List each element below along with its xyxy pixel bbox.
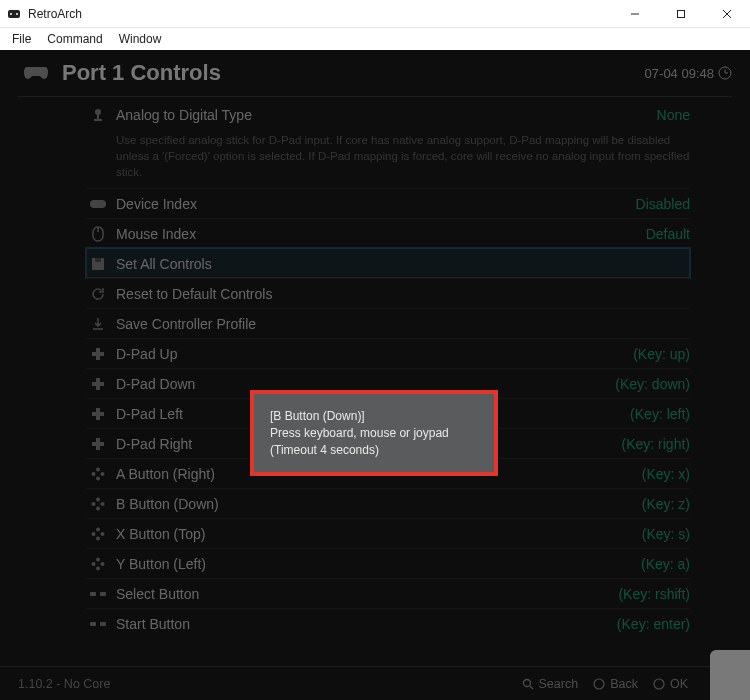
row-save-profile[interactable]: Save Controller Profile bbox=[86, 308, 690, 338]
menu-command[interactable]: Command bbox=[39, 30, 110, 48]
help-text: Use specified analog stick for D-Pad inp… bbox=[110, 130, 690, 188]
svg-line-39 bbox=[530, 686, 533, 689]
svg-point-18 bbox=[96, 467, 100, 471]
svg-rect-34 bbox=[90, 592, 96, 596]
svg-point-32 bbox=[92, 562, 96, 566]
bind-prompt-title: [B Button (Down)] bbox=[270, 408, 478, 425]
menu-window[interactable]: Window bbox=[111, 30, 170, 48]
row-value: (Key: enter) bbox=[617, 616, 690, 632]
svg-point-40 bbox=[594, 679, 604, 689]
face-buttons-icon bbox=[86, 557, 110, 571]
menu-button-icon bbox=[86, 619, 110, 629]
refresh-icon bbox=[86, 287, 110, 301]
footer-bar: 1.10.2 - No Core Search Back OK bbox=[0, 666, 750, 700]
svg-point-2 bbox=[16, 13, 18, 15]
row-label: Reset to Default Controls bbox=[110, 286, 690, 302]
svg-rect-11 bbox=[94, 119, 102, 121]
row-label: X Button (Top) bbox=[110, 526, 642, 542]
row-select-button[interactable]: Select Button (Key: rshift) bbox=[86, 578, 690, 608]
row-label: B Button (Down) bbox=[110, 496, 642, 512]
svg-rect-13 bbox=[90, 200, 106, 208]
row-value: (Key: z) bbox=[642, 496, 690, 512]
svg-rect-36 bbox=[90, 622, 96, 626]
modal-highlight-border: [B Button (Down)] Press keyboard, mouse … bbox=[250, 390, 498, 476]
svg-point-24 bbox=[92, 502, 96, 506]
save-icon bbox=[86, 257, 110, 271]
row-b-button[interactable]: B Button (Down) (Key: z) bbox=[86, 488, 690, 518]
svg-rect-4 bbox=[678, 10, 685, 17]
download-icon bbox=[86, 317, 110, 331]
footer-ok-label: OK bbox=[670, 677, 688, 691]
svg-point-19 bbox=[96, 476, 100, 480]
row-label: Select Button bbox=[110, 586, 618, 602]
clock: 07-04 09:48 bbox=[645, 66, 732, 81]
window-maximize-button[interactable] bbox=[658, 0, 704, 28]
row-start-button[interactable]: Start Button (Key: enter) bbox=[86, 608, 690, 638]
svg-point-20 bbox=[92, 472, 96, 476]
page-header: Port 1 Controls 07-04 09:48 bbox=[0, 50, 750, 90]
svg-point-30 bbox=[96, 557, 100, 561]
svg-point-33 bbox=[101, 562, 105, 566]
row-x-button[interactable]: X Button (Top) (Key: s) bbox=[86, 518, 690, 548]
row-dpad-up[interactable]: D-Pad Up (Key: up) bbox=[86, 338, 690, 368]
window-titlebar: RetroArch bbox=[0, 0, 750, 28]
svg-rect-37 bbox=[100, 622, 106, 626]
dpad-icon bbox=[86, 377, 110, 391]
menubar: File Command Window bbox=[0, 28, 750, 50]
row-set-all-controls[interactable]: Set All Controls bbox=[86, 248, 690, 278]
svg-point-1 bbox=[10, 13, 12, 15]
window-minimize-button[interactable] bbox=[612, 0, 658, 28]
svg-point-23 bbox=[96, 506, 100, 510]
svg-point-25 bbox=[101, 502, 105, 506]
content-scroll[interactable]: Analog to Digital Type None Use specifie… bbox=[0, 100, 750, 666]
row-label: Y Button (Left) bbox=[110, 556, 641, 572]
row-label: Mouse Index bbox=[110, 226, 646, 242]
row-label: Save Controller Profile bbox=[110, 316, 690, 332]
svg-point-28 bbox=[92, 532, 96, 536]
svg-rect-0 bbox=[8, 10, 20, 18]
mouse-icon bbox=[86, 226, 110, 242]
footer-search[interactable]: Search bbox=[521, 677, 579, 691]
dpad-icon bbox=[86, 347, 110, 361]
face-buttons-icon bbox=[86, 527, 110, 541]
row-label: Start Button bbox=[110, 616, 617, 632]
settings-list: Analog to Digital Type None Use specifie… bbox=[0, 100, 750, 638]
row-label: Analog to Digital Type bbox=[110, 107, 657, 123]
os-scrollbar-corner[interactable] bbox=[710, 650, 750, 700]
header-separator bbox=[18, 96, 732, 97]
row-label: D-Pad Up bbox=[110, 346, 633, 362]
row-value: Disabled bbox=[636, 196, 690, 212]
row-value: (Key: s) bbox=[642, 526, 690, 542]
window-buttons bbox=[612, 0, 750, 28]
row-value: (Key: down) bbox=[615, 376, 690, 392]
row-analog-digital[interactable]: Analog to Digital Type None bbox=[86, 100, 690, 130]
app-body: Port 1 Controls 07-04 09:48 Analog to Di… bbox=[0, 50, 750, 700]
svg-point-31 bbox=[96, 566, 100, 570]
row-value: (Key: right) bbox=[622, 436, 690, 452]
version-text: 1.10.2 - No Core bbox=[18, 677, 507, 691]
svg-point-29 bbox=[101, 532, 105, 536]
row-y-button[interactable]: Y Button (Left) (Key: a) bbox=[86, 548, 690, 578]
footer-back[interactable]: Back bbox=[592, 677, 638, 691]
svg-point-41 bbox=[654, 679, 664, 689]
row-value: (Key: x) bbox=[642, 466, 690, 482]
svg-rect-17 bbox=[95, 258, 101, 262]
footer-ok[interactable]: OK bbox=[652, 677, 688, 691]
menu-file[interactable]: File bbox=[4, 30, 39, 48]
app-icon bbox=[6, 6, 22, 22]
dpad-icon bbox=[86, 407, 110, 421]
row-value: (Key: left) bbox=[630, 406, 690, 422]
bind-prompt-content[interactable]: [B Button (Down)] Press keyboard, mouse … bbox=[254, 394, 494, 472]
row-device-index[interactable]: Device Index Disabled bbox=[86, 188, 690, 218]
window-close-button[interactable] bbox=[704, 0, 750, 28]
clock-icon bbox=[718, 66, 732, 80]
footer-search-label: Search bbox=[539, 677, 579, 691]
footer-back-label: Back bbox=[610, 677, 638, 691]
row-reset-default[interactable]: Reset to Default Controls bbox=[86, 278, 690, 308]
row-value: (Key: a) bbox=[641, 556, 690, 572]
row-label: Set All Controls bbox=[110, 256, 690, 272]
row-mouse-index[interactable]: Mouse Index Default bbox=[86, 218, 690, 248]
bind-prompt-instruction: Press keyboard, mouse or joypad bbox=[270, 425, 478, 442]
face-buttons-icon bbox=[86, 467, 110, 481]
gamepad-icon bbox=[86, 199, 110, 209]
